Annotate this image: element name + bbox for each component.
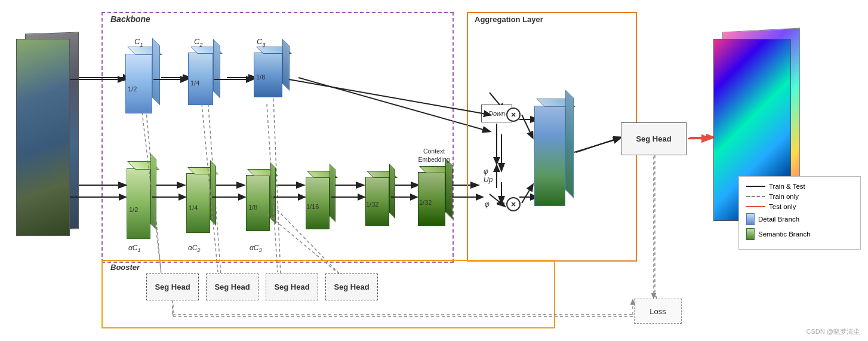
- detail-block-c3: 1/8: [254, 47, 290, 94]
- s5-scale-label: 1/32: [366, 201, 378, 208]
- legend-train-test-label: Train & Test: [769, 183, 805, 190]
- seg-head-main-label: Seg Head: [636, 134, 671, 143]
- legend-line-solid: [746, 186, 765, 187]
- ac2-label: αC2: [188, 244, 201, 253]
- semantic-block-2: 1/4: [186, 167, 216, 233]
- d1-scale-label: 1/2: [128, 85, 137, 93]
- legend-block-detail: [746, 213, 755, 225]
- semantic-block-1: 1/2: [127, 161, 156, 239]
- multiply-circle-bottom: ×: [506, 197, 521, 211]
- s3-scale-label: 1/8: [248, 204, 257, 211]
- detail-block-c1: 1/2: [125, 47, 158, 112]
- input-image: [13, 33, 85, 254]
- s4-scale-label: 1/16: [306, 203, 319, 210]
- down-label: Down: [488, 110, 505, 117]
- d3-scale-label: 1/8: [256, 73, 265, 81]
- semantic-block-4: 1/16: [306, 171, 335, 229]
- detail-block-c2: 1/4: [188, 47, 221, 103]
- aggregation-label: Aggregation Layer: [475, 15, 543, 24]
- ac1-label: αC1: [128, 244, 141, 253]
- legend-box: Train & Test Train only Test only Detail…: [738, 176, 861, 250]
- c3-label: C3: [257, 37, 265, 48]
- aggregation-combined-block: [534, 99, 573, 206]
- legend-train-only-label: Train only: [769, 193, 799, 200]
- phi-label-bottom: φ: [485, 200, 490, 208]
- semantic-block-5: 1/32: [365, 171, 395, 226]
- legend-train-test: Train & Test: [746, 183, 853, 190]
- s1-scale-label: 1/2: [129, 206, 138, 213]
- s2-scale-label: 1/4: [189, 204, 198, 211]
- legend-semantic-branch-label: Semantic Branch: [758, 231, 811, 238]
- multiply-circle-top: ×: [506, 107, 521, 122]
- legend-block-semantic: [746, 228, 755, 240]
- legend-line-dashed: [746, 196, 765, 197]
- booster-label: Booster: [110, 263, 140, 272]
- c1-label: C1: [134, 37, 143, 48]
- legend-line-red: [746, 206, 765, 207]
- diagram-container: Backbone C1 C2 C3 1/2 1/4 1/8 αC1 αC2 αC…: [0, 0, 868, 341]
- backbone-label: Backbone: [110, 14, 150, 24]
- legend-test-only-label: Test only: [769, 203, 796, 210]
- semantic-block-3: 1/8: [246, 169, 276, 231]
- seg-head-main: Seg Head: [621, 122, 687, 155]
- booster-seg-head-4: Seg Head: [325, 274, 378, 300]
- legend-train-only: Train only: [746, 193, 853, 200]
- loss-label: Loss: [650, 307, 666, 316]
- legend-semantic-branch: Semantic Branch: [746, 228, 853, 240]
- booster-seg-head-1: Seg Head: [146, 274, 199, 300]
- context-embedding-block: 1/32: [418, 166, 453, 226]
- phi-up-label: φUp: [484, 167, 493, 184]
- c2-label: C2: [194, 37, 202, 48]
- ac3-label: αC3: [250, 244, 262, 253]
- watermark: CSDN @晓梦清尘: [807, 327, 860, 336]
- context-embedding-label: ContextEmbedding: [413, 148, 455, 164]
- ctx-scale-label: 1/32: [419, 199, 432, 206]
- booster-seg-head-2: Seg Head: [206, 274, 258, 300]
- booster-seg-head-3: Seg Head: [266, 274, 318, 300]
- legend-detail-branch: Detail Branch: [746, 213, 853, 225]
- d2-scale-label: 1/4: [190, 79, 199, 87]
- legend-detail-branch-label: Detail Branch: [758, 216, 799, 223]
- legend-test-only: Test only: [746, 203, 853, 210]
- loss-box: Loss: [634, 299, 682, 324]
